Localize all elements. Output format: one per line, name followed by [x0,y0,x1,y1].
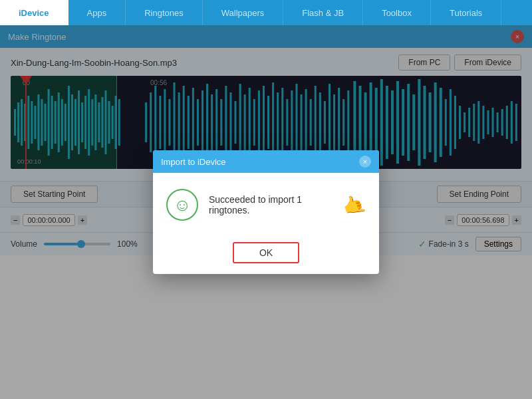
success-icon: ☺ [166,189,198,221]
modal-message: Succeeded to import 1 ringtones. [209,194,332,215]
nav-tab-apps[interactable]: Apps [68,0,126,25]
nav-tab-idevice[interactable]: iDevice [0,0,68,25]
nav-tab-ringtones[interactable]: Ringtones [126,0,203,25]
top-nav: iDevice Apps Ringtones Wallpapers Flash … [0,0,532,25]
nav-tab-flashjb[interactable]: Flash & JB [283,0,363,25]
modal-overlay: Import to iDevice × ☺ Succeeded to impor… [0,25,532,399]
ok-button[interactable]: OK [233,242,299,263]
modal-body: ☺ Succeeded to import 1 ringtones. 🤙 [153,173,379,237]
modal-footer: OK [153,237,379,274]
main-window: Make Ringtone × Xin-Dung-Lang-Im-Soobin-… [0,25,532,399]
nav-tab-tutorials[interactable]: Tutorials [431,0,501,25]
modal-dialog: Import to iDevice × ☺ Succeeded to impor… [153,150,379,274]
nav-tab-toolbox[interactable]: Toolbox [363,0,431,25]
nav-tab-wallpapers[interactable]: Wallpapers [203,0,284,25]
modal-close-button[interactable]: × [359,156,371,168]
modal-title: Import to iDevice [161,157,226,167]
modal-titlebar: Import to iDevice × [153,150,379,173]
smiley-face-icon: ☺ [174,195,192,215]
pointing-hand-icon: 🤙 [339,191,368,219]
